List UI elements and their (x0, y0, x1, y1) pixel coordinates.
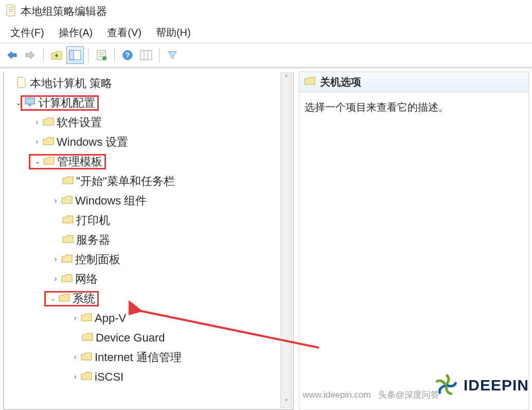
svg-rect-6 (140, 50, 152, 60)
toolbar-separator (159, 48, 159, 62)
filter-button[interactable] (164, 46, 181, 64)
folder-icon (43, 156, 55, 168)
toolbar: ? (0, 43, 532, 68)
folder-icon (61, 274, 73, 285)
show-hide-tree-button[interactable] (66, 46, 84, 64)
highlight-admin-templates: ⌄ 管理模板 (29, 154, 106, 169)
tree-label: Internet 通信管理 (95, 351, 182, 364)
toolbar-separator (43, 48, 44, 62)
chevron-right-icon[interactable]: › (50, 275, 61, 283)
tree-label: 系统 (73, 293, 95, 305)
chevron-right-icon[interactable]: › (70, 353, 80, 361)
tree-label: Device Guard (96, 332, 165, 344)
tree-windows-components[interactable]: › Windows 组件 (6, 191, 293, 211)
tree-iscsi[interactable]: › iSCSI (6, 367, 293, 387)
highlight-system: ⌄ 系统 (44, 291, 99, 306)
chevron-right-icon[interactable]: › (50, 255, 61, 263)
chevron-right-icon[interactable]: › (70, 314, 80, 322)
highlight-computer-config: 计算机配置 (21, 95, 99, 111)
tree-label: 打印机 (76, 214, 110, 227)
chevron-right-icon[interactable]: › (32, 118, 42, 126)
tree-software-settings[interactable]: › 软件设置 (6, 113, 293, 132)
chevron-right-icon[interactable]: › (32, 138, 42, 146)
folder-icon (80, 371, 93, 383)
tree-appv[interactable]: › App-V (6, 309, 293, 328)
main-area: 本地计算机 策略 ⌄ 计算机配置 › 软件设置 › Windo (0, 68, 532, 410)
detail-placeholder: 选择一个项目来查看它的描述。 (305, 101, 449, 113)
folder-icon (81, 332, 94, 344)
folder-icon (62, 234, 74, 246)
tree-windows-settings[interactable]: › Windows 设置 (6, 132, 293, 152)
folder-icon (62, 215, 74, 227)
svg-rect-1 (69, 50, 74, 60)
chevron-right-icon[interactable]: › (50, 197, 61, 204)
watermark-logo: IDEEPIN (432, 371, 529, 400)
menu-help[interactable]: 帮助(H) (149, 23, 198, 43)
tree-label: 本地计算机 策略 (30, 77, 112, 90)
tree-root[interactable]: 本地计算机 策略 (6, 74, 293, 93)
folder-icon (42, 136, 55, 148)
detail-title: 关机选项 (320, 75, 361, 89)
tree-label: 计算机配置 (39, 97, 95, 109)
title-bar: 本地组策略编辑器 (0, 0, 532, 23)
tree-computer-config[interactable]: ⌄ 计算机配置 (6, 93, 293, 113)
tree-pane: 本地计算机 策略 ⌄ 计算机配置 › 软件设置 › Windo (3, 72, 294, 410)
tree-printers[interactable]: 打印机 (6, 211, 293, 230)
computer-icon (24, 97, 37, 110)
chevron-down-icon[interactable]: ⌄ (32, 158, 43, 165)
tree-label: 服务器 (76, 234, 110, 246)
detail-pane: 关机选项 选择一个项目来查看它的描述。 (299, 72, 529, 410)
detail-header: 关机选项 (299, 72, 529, 92)
tree-label: "开始"菜单和任务栏 (76, 175, 175, 187)
tree-label: 网络 (75, 273, 98, 285)
tree-admin-templates[interactable]: ⌄ 管理模板 (6, 152, 293, 172)
help-button[interactable]: ? (119, 46, 136, 64)
tree-label: Windows 组件 (75, 195, 147, 207)
layout-button[interactable] (137, 46, 155, 64)
window-title: 本地组策略编辑器 (21, 4, 107, 19)
properties-button[interactable] (93, 46, 110, 64)
tree-label: App-V (95, 312, 126, 324)
vertical-scrollbar[interactable]: ˄ ˅ (280, 73, 292, 408)
up-folder-button[interactable] (48, 46, 65, 64)
tree-label: 管理模板 (57, 156, 102, 168)
folder-icon (80, 313, 93, 324)
tree-control-panel[interactable]: › 控制面板 (6, 250, 293, 269)
tree-label: 软件设置 (57, 116, 102, 129)
menu-action[interactable]: 操作(A) (51, 23, 100, 43)
tree-label: 控制面板 (75, 253, 120, 266)
tree-device-guard[interactable]: Device Guard (6, 328, 293, 348)
back-button[interactable] (3, 46, 21, 64)
watermark-credit: www.ideepin.com 头条@深度问答 (303, 389, 439, 401)
svg-rect-9 (25, 98, 34, 104)
tree-label: Windows 设置 (57, 136, 128, 148)
folder-icon (61, 254, 73, 266)
toolbar-separator (114, 48, 115, 62)
tree-start-menu[interactable]: "开始"菜单和任务栏 (6, 172, 293, 191)
scroll-up-icon[interactable]: ˄ (285, 73, 288, 83)
svg-rect-10 (28, 105, 31, 106)
tree-network[interactable]: › 网络 (6, 269, 293, 289)
tree-system[interactable]: ⌄ 系统 (6, 289, 293, 309)
folder-icon (42, 117, 55, 129)
svg-text:?: ? (126, 51, 130, 59)
scroll-down-icon[interactable]: ˅ (285, 397, 288, 407)
detail-body: 选择一个项目来查看它的描述。 (299, 92, 529, 410)
folder-icon (80, 352, 93, 364)
folder-icon (304, 76, 316, 88)
toolbar-separator (88, 48, 88, 62)
svg-point-3 (102, 56, 107, 60)
folder-icon (62, 176, 74, 187)
tree-servers[interactable]: 服务器 (6, 230, 293, 250)
menu-file[interactable]: 文件(F) (3, 23, 51, 43)
menu-view[interactable]: 查看(V) (100, 23, 149, 43)
tree-label: iSCSI (95, 371, 123, 383)
forward-button[interactable] (22, 46, 39, 64)
watermark-brand: IDEEPIN (464, 377, 529, 394)
scroll-icon (5, 4, 17, 20)
scroll-icon (16, 76, 28, 91)
chevron-right-icon[interactable]: › (70, 373, 80, 381)
chevron-down-icon[interactable]: ⌄ (48, 295, 58, 302)
tree-internet-comm[interactable]: › Internet 通信管理 (6, 348, 293, 367)
folder-icon (61, 195, 73, 207)
